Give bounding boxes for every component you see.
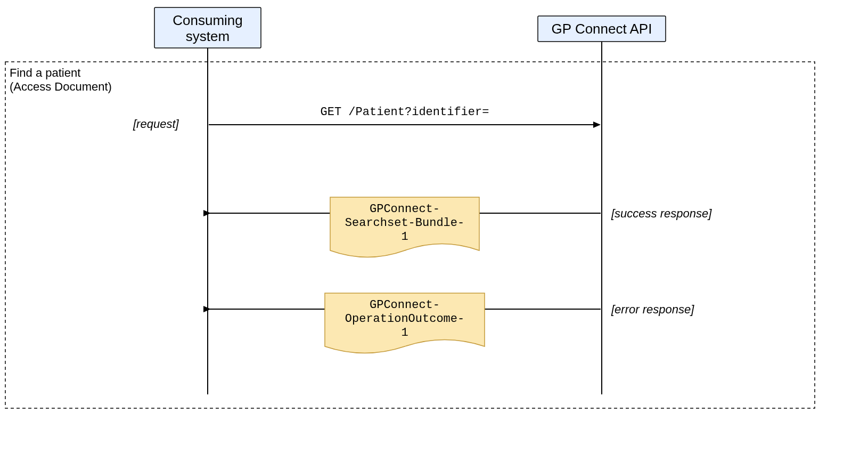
request-guard: [request] xyxy=(133,117,179,131)
success-note-line1: GPConnect- xyxy=(370,203,440,216)
participant-consuming-system-label-2: system xyxy=(186,28,230,44)
success-note: GPConnect- Searchset-Bundle- 1 xyxy=(330,197,479,257)
error-guard: [error response] xyxy=(611,303,694,316)
success-note-line2: Searchset-Bundle- xyxy=(345,216,464,230)
error-note-line2: OperationOutcome- xyxy=(345,312,464,326)
participant-gp-connect-api-label: GP Connect API xyxy=(552,21,652,37)
participant-consuming-system-label-1: Consuming xyxy=(173,12,243,28)
success-guard: [success response] xyxy=(611,207,712,220)
error-note-line3: 1 xyxy=(401,326,408,339)
request-label: GET /Patient?identifier= xyxy=(321,106,489,119)
error-note-line1: GPConnect- xyxy=(370,298,440,312)
frame-title-2: (Access Document) xyxy=(10,80,112,93)
frame-title-1: Find a patient xyxy=(10,66,80,79)
sequence-diagram: Find a patient (Access Document) Consumi… xyxy=(0,0,868,453)
error-note: GPConnect- OperationOutcome- 1 xyxy=(325,293,485,353)
success-note-line3: 1 xyxy=(401,230,408,244)
